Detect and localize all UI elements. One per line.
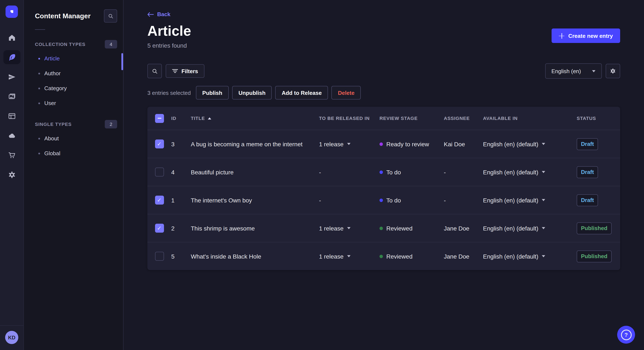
- sidebar-item-category[interactable]: Category: [24, 81, 123, 96]
- chevron-down-icon: [542, 199, 545, 201]
- cell-review-stage: Ready to review: [380, 141, 444, 147]
- gear-icon[interactable]: [606, 64, 620, 78]
- row-checkbox[interactable]: [155, 168, 164, 176]
- create-new-entry-button[interactable]: Create new entry: [552, 28, 620, 43]
- sidebar-item-user[interactable]: User: [24, 96, 123, 111]
- column-header-available-in[interactable]: AVAILABLE IN: [483, 116, 577, 121]
- table-row[interactable]: 2 This shrimp is awesome 1 release Revie…: [147, 214, 620, 242]
- cell-released-in[interactable]: 1 release: [319, 225, 380, 232]
- settings-icon[interactable]: [3, 168, 20, 181]
- sidebar-item-author[interactable]: Author: [24, 66, 123, 81]
- cell-available-in[interactable]: English (en) (default): [483, 169, 577, 175]
- status-badge: Draft: [577, 194, 598, 206]
- delete-button[interactable]: Delete: [332, 86, 361, 100]
- cell-review-stage: Reviewed: [380, 225, 444, 232]
- chevron-down-icon: [347, 255, 350, 257]
- content-manager-subnav: Content Manager COLLECTION TYPES 4 Artic…: [24, 0, 124, 350]
- marketplace-icon[interactable]: [3, 148, 20, 162]
- bullet-icon: [38, 58, 40, 59]
- sidebar-item-global[interactable]: Global: [24, 146, 123, 161]
- table-row[interactable]: 3 A bug is becoming a meme on the intern…: [147, 130, 620, 158]
- select-all-checkbox[interactable]: [155, 114, 164, 123]
- home-icon[interactable]: [3, 31, 20, 45]
- sidebar-item-article[interactable]: Article: [24, 51, 123, 66]
- main-content: Back Article 5 entries found Create new …: [124, 0, 644, 350]
- cell-available-in[interactable]: English (en) (default): [483, 225, 577, 232]
- status-badge: Published: [577, 222, 612, 234]
- column-header-status[interactable]: STATUS: [577, 116, 620, 121]
- cell-assignee: -: [444, 197, 483, 203]
- media-library-icon[interactable]: [3, 89, 20, 103]
- cell-id: 4: [171, 169, 191, 175]
- table-row[interactable]: 1 The internet's Own boy - To do - Engli…: [147, 186, 620, 214]
- bullet-icon: [38, 153, 40, 154]
- table-header-row: ID TITLE TO BE RELEASED IN REVIEW STAGE …: [147, 107, 620, 130]
- row-checkbox[interactable]: [155, 196, 164, 204]
- cell-title: Beautiful picture: [191, 169, 319, 175]
- cell-assignee: Jane Doe: [444, 225, 483, 232]
- sidebar-item-about[interactable]: About: [24, 131, 123, 146]
- row-checkbox[interactable]: [155, 252, 164, 261]
- search-icon[interactable]: [104, 9, 117, 22]
- cell-id: 2: [171, 225, 191, 232]
- column-header-id[interactable]: ID: [171, 116, 191, 121]
- bullet-icon: [38, 138, 40, 139]
- entries-count: 5 entries found: [147, 42, 191, 49]
- help-button[interactable]: ?: [617, 326, 635, 344]
- cell-id: 3: [171, 141, 191, 147]
- search-icon[interactable]: [147, 64, 162, 78]
- table-row[interactable]: 5 What's inside a Black Hole 1 release R…: [147, 242, 620, 270]
- chevron-down-icon: [542, 255, 545, 257]
- chevron-down-icon: [542, 143, 545, 145]
- cell-title: The internet's Own boy: [191, 197, 319, 203]
- sort-ascending-icon[interactable]: [208, 117, 211, 119]
- cell-released-in: -: [319, 197, 380, 203]
- status-badge: Draft: [577, 166, 598, 178]
- cell-released-in[interactable]: 1 release: [319, 141, 380, 147]
- unpublish-button[interactable]: Unpublish: [232, 86, 272, 100]
- single-types-count-badge: 2: [105, 120, 117, 128]
- question-mark-icon: ?: [621, 329, 632, 340]
- cell-assignee: Kai Doe: [444, 141, 483, 147]
- cell-assignee: -: [444, 169, 483, 175]
- cell-available-in[interactable]: English (en) (default): [483, 253, 577, 260]
- publish-button[interactable]: Publish: [196, 86, 229, 100]
- stage-dot-icon: [380, 255, 383, 258]
- content-type-builder-icon[interactable]: [3, 109, 20, 123]
- arrow-left-icon: [147, 12, 154, 17]
- cell-released-in[interactable]: 1 release: [319, 253, 380, 260]
- cell-review-stage: Reviewed: [380, 253, 444, 260]
- column-header-to-be-released-in[interactable]: TO BE RELEASED IN: [319, 116, 380, 121]
- deploy-icon[interactable]: [3, 128, 20, 143]
- column-header-assignee[interactable]: ASSIGNEE: [444, 116, 483, 121]
- bullet-icon: [38, 72, 40, 74]
- cell-title: This shrimp is awesome: [191, 225, 319, 232]
- table-row[interactable]: 4 Beautiful picture - To do - English (e…: [147, 158, 620, 186]
- user-avatar[interactable]: KD: [5, 331, 18, 344]
- cell-review-stage: To do: [380, 197, 444, 203]
- back-link[interactable]: Back: [147, 11, 620, 17]
- cell-available-in[interactable]: English (en) (default): [483, 197, 577, 203]
- plus-icon: [559, 33, 564, 38]
- row-checkbox[interactable]: [155, 140, 164, 149]
- filters-button[interactable]: Filters: [166, 64, 204, 78]
- cell-available-in[interactable]: English (en) (default): [483, 141, 577, 147]
- strapi-logo-icon[interactable]: [6, 5, 18, 18]
- column-header-title[interactable]: TITLE: [191, 116, 319, 121]
- cell-title: What's inside a Black Hole: [191, 253, 319, 260]
- chevron-down-icon: [542, 171, 545, 173]
- add-to-release-button[interactable]: Add to Release: [275, 86, 328, 100]
- chevron-down-icon: [542, 227, 545, 229]
- stage-dot-icon: [380, 142, 383, 146]
- row-checkbox[interactable]: [155, 224, 164, 233]
- app-window: KD Content Manager COLLECTION TYPES 4 Ar…: [0, 0, 644, 350]
- status-badge: Draft: [577, 138, 598, 150]
- locale-select[interactable]: English (en): [545, 63, 602, 79]
- column-header-review-stage[interactable]: REVIEW STAGE: [380, 116, 444, 121]
- content-manager-icon[interactable]: [3, 50, 20, 64]
- cell-id: 1: [171, 197, 191, 203]
- bullet-icon: [38, 87, 40, 89]
- releases-icon[interactable]: [3, 70, 20, 84]
- entries-table: ID TITLE TO BE RELEASED IN REVIEW STAGE …: [147, 107, 620, 270]
- cell-id: 5: [171, 253, 191, 260]
